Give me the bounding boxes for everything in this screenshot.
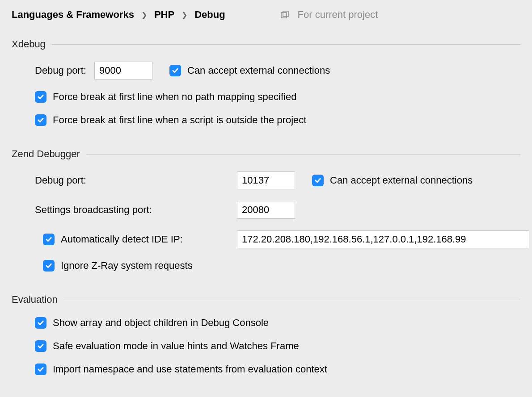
- divider: [86, 154, 520, 155]
- divider: [64, 300, 520, 300]
- eval-safe-mode-checkbox[interactable]: [35, 340, 46, 352]
- xdebug-force-break-no-mapping-label: Force break at first line when no path m…: [53, 91, 296, 103]
- zend-port-label: Debug port:: [35, 175, 237, 186]
- zend-section-header: Zend Debugger: [12, 148, 520, 160]
- divider: [52, 44, 520, 45]
- xdebug-accept-external-checkbox[interactable]: [169, 65, 181, 76]
- zend-auto-detect-ip-checkbox[interactable]: [43, 234, 55, 245]
- chevron-right-icon: ❯: [141, 11, 147, 19]
- zend-accept-external-checkbox[interactable]: [312, 175, 324, 186]
- xdebug-title: Xdebug: [12, 38, 46, 50]
- eval-import-ns-checkbox[interactable]: [35, 364, 46, 375]
- evaluation-title: Evaluation: [12, 294, 58, 305]
- breadcrumb-debug[interactable]: Debug: [194, 9, 225, 21]
- eval-show-array-checkbox[interactable]: [35, 317, 46, 329]
- svg-rect-0: [281, 13, 287, 18]
- xdebug-accept-external-label: Can accept external connections: [187, 65, 330, 76]
- zend-ignore-zray-label: Ignore Z-Ray system requests: [61, 260, 193, 272]
- project-scope-icon: [280, 10, 289, 19]
- project-scope-label: For current project: [298, 9, 378, 21]
- eval-show-array-label: Show array and object children in Debug …: [53, 317, 269, 329]
- xdebug-force-break-no-mapping-checkbox[interactable]: [35, 91, 46, 103]
- evaluation-section-header: Evaluation: [12, 294, 520, 305]
- xdebug-force-break-outside-label: Force break at first line when a script …: [53, 114, 306, 126]
- svg-rect-1: [283, 11, 288, 17]
- zend-broadcast-port-input[interactable]: [237, 201, 295, 219]
- zend-ignore-zray-checkbox[interactable]: [43, 260, 55, 272]
- zend-port-input[interactable]: [237, 171, 295, 189]
- eval-import-ns-label: Import namespace and use statements from…: [53, 364, 327, 375]
- zend-auto-detect-ip-label: Automatically detect IDE IP:: [61, 234, 183, 245]
- settings-breadcrumb: Languages & Frameworks ❯ PHP ❯ Debug For…: [12, 9, 520, 21]
- xdebug-port-input[interactable]: [94, 62, 152, 79]
- xdebug-port-label: Debug port:: [35, 65, 86, 76]
- zend-broadcast-port-label: Settings broadcasting port:: [35, 204, 237, 216]
- xdebug-force-break-outside-checkbox[interactable]: [35, 114, 46, 126]
- breadcrumb-languages[interactable]: Languages & Frameworks: [12, 9, 134, 21]
- xdebug-section-header: Xdebug: [12, 38, 520, 50]
- breadcrumb-php[interactable]: PHP: [154, 9, 174, 21]
- zend-title: Zend Debugger: [12, 148, 80, 160]
- chevron-right-icon: ❯: [182, 11, 187, 19]
- zend-accept-external-label: Can accept external connections: [330, 175, 473, 186]
- zend-ide-ip-input[interactable]: [237, 230, 529, 248]
- eval-safe-mode-label: Safe evaluation mode in value hints and …: [53, 340, 299, 352]
